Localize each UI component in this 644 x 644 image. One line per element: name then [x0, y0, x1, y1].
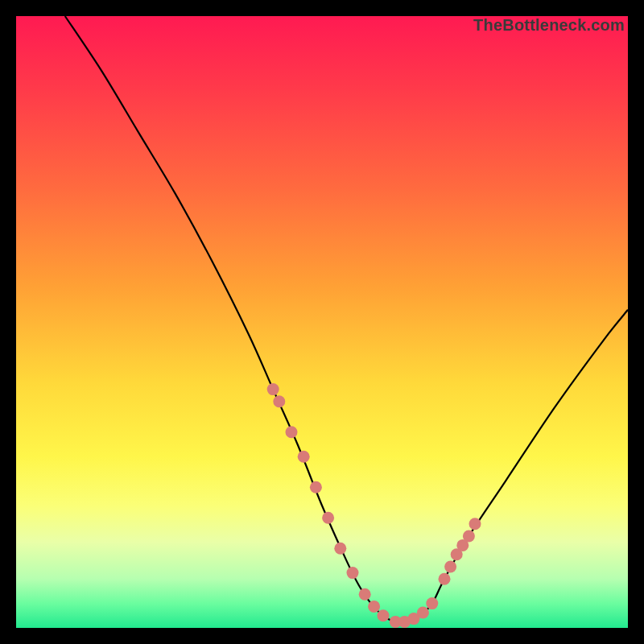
chart-frame: TheBottleneck.com — [16, 16, 628, 628]
highlight-dot — [286, 426, 298, 438]
highlight-dot — [359, 588, 371, 601]
highlight-dot — [378, 609, 390, 621]
highlight-dot — [334, 543, 346, 555]
highlight-dots-group — [267, 383, 481, 628]
highlight-dot — [444, 561, 456, 573]
highlight-dot — [439, 573, 451, 585]
highlight-dot — [469, 518, 481, 530]
highlight-dot — [273, 395, 285, 407]
highlight-dot — [426, 597, 438, 609]
highlight-dot — [368, 601, 380, 613]
highlight-dot — [322, 512, 334, 524]
highlight-dot — [310, 481, 322, 493]
highlight-dot — [298, 451, 310, 463]
chart-svg — [16, 16, 628, 628]
highlight-dot — [463, 530, 475, 543]
highlight-dot — [347, 567, 359, 579]
bottleneck-curve — [65, 16, 628, 622]
highlight-dot — [417, 607, 429, 619]
highlight-dot — [267, 383, 279, 395]
